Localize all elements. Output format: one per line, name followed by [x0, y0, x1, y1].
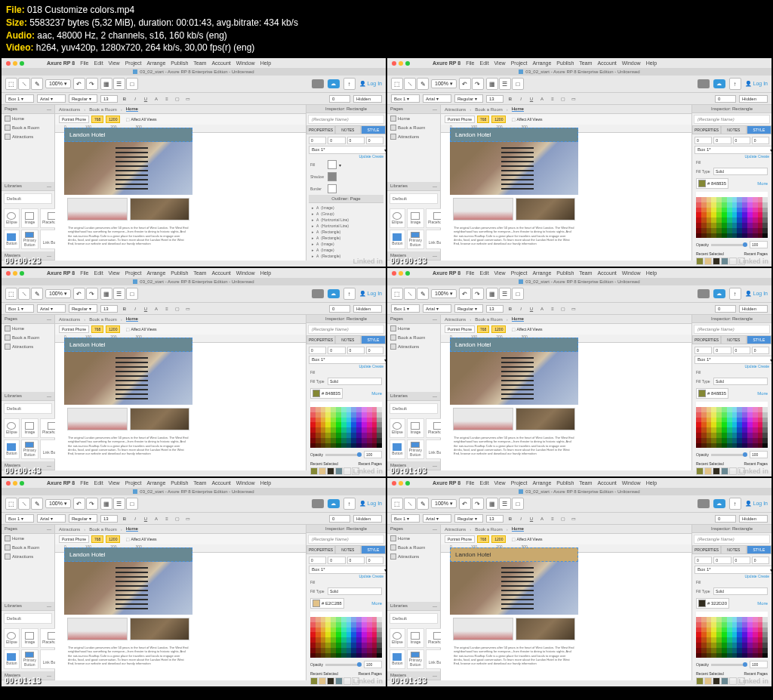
align-icon[interactable]: ▦ — [100, 288, 112, 300]
pen-tool-icon[interactable]: ✎ — [417, 288, 429, 300]
window-controls[interactable] — [6, 61, 24, 66]
inspector-tab[interactable]: NOTES — [721, 545, 746, 554]
menu-item[interactable]: View — [109, 270, 120, 276]
text-color-icon[interactable]: A — [538, 95, 546, 103]
text-color-icon[interactable]: A — [152, 95, 160, 103]
menu-item[interactable]: Project — [125, 270, 142, 276]
publish-icon[interactable]: ↑ — [729, 78, 741, 90]
breadcrumb-item[interactable]: Home — [512, 106, 524, 112]
menu-item[interactable]: File — [466, 480, 474, 486]
inspector-tab[interactable]: NOTES — [721, 125, 746, 134]
hotel-header[interactable]: Landon Hotel — [64, 128, 192, 142]
page-tree-item[interactable]: Book a Room — [387, 333, 440, 342]
outline-item[interactable]: ▸A(Image) — [310, 241, 382, 247]
italic-icon[interactable]: I — [517, 305, 525, 313]
undo-icon[interactable]: ↶ — [459, 78, 471, 90]
viewport-height[interactable]: 1200 — [106, 325, 120, 333]
breadcrumb-item[interactable]: Attractions — [445, 317, 466, 322]
connect-tool-icon[interactable]: ⟍ — [18, 498, 30, 510]
menu-item[interactable]: Help — [260, 60, 271, 66]
hero-image[interactable] — [64, 562, 192, 615]
align-left-icon[interactable]: ≡ — [549, 305, 556, 313]
pen-tool-icon[interactable]: ✎ — [417, 78, 429, 90]
group-icon[interactable]: □ — [512, 78, 524, 90]
color-picker[interactable] — [309, 610, 383, 659]
menu-item[interactable]: File — [80, 60, 88, 66]
library-widget[interactable]: Button — [390, 439, 405, 459]
text-color-icon[interactable]: A — [538, 515, 546, 523]
group-icon[interactable]: □ — [512, 498, 524, 510]
menu-item[interactable]: Window — [236, 270, 255, 276]
menu-item[interactable]: Arrange — [532, 480, 551, 486]
align-left-icon[interactable]: ≡ — [163, 305, 171, 313]
inspector-tab[interactable]: STYLE — [747, 125, 771, 134]
breadcrumb-item[interactable]: Book a Room — [475, 527, 502, 532]
more-link[interactable]: More — [757, 391, 768, 396]
thumbnail-2[interactable] — [130, 408, 190, 430]
library-widget[interactable]: Image — [21, 418, 38, 438]
page-tree-item[interactable]: Home — [387, 534, 440, 543]
breadcrumb-item[interactable]: Home — [126, 526, 138, 532]
body-text[interactable]: The original Landon perseveres after 50 … — [450, 224, 578, 248]
menu-item[interactable]: Team — [579, 60, 592, 66]
zoom-input[interactable]: 100% ▾ — [431, 499, 457, 508]
widget-field[interactable]: Box 1 ▾ — [391, 514, 420, 523]
outline-item[interactable]: ▸A(Image) — [310, 247, 382, 253]
menu-item[interactable]: Publish — [171, 60, 188, 66]
inspector-tab[interactable]: NOTES — [721, 335, 746, 344]
default-library[interactable]: Default — [4, 403, 52, 414]
redo-icon[interactable]: ↷ — [86, 78, 98, 90]
italic-icon[interactable]: I — [517, 515, 525, 523]
undo-icon[interactable]: ↶ — [459, 498, 471, 510]
menu-item[interactable]: File — [466, 60, 474, 66]
preview-icon[interactable] — [698, 79, 710, 88]
viewport-width[interactable]: 768 — [477, 116, 489, 123]
canvas[interactable]: Attractions›Book a Room›Home Portrait Ph… — [441, 525, 691, 680]
widget-field[interactable]: Box 1 ▾ — [391, 304, 420, 313]
create-link[interactable]: Create — [372, 154, 383, 159]
menu-item[interactable]: Window — [622, 60, 641, 66]
create-link[interactable]: Create — [758, 574, 769, 578]
menu-item[interactable]: Publish — [171, 480, 188, 486]
redo-icon[interactable]: ↷ — [472, 288, 484, 300]
align-left-icon[interactable]: ≡ — [163, 515, 171, 523]
page-tree-item[interactable]: Attractions — [387, 342, 440, 351]
more-link[interactable]: More — [757, 601, 768, 606]
breadcrumb-item[interactable]: Home — [512, 526, 524, 532]
default-library[interactable]: Default — [4, 613, 52, 624]
login-link[interactable]: 👤 Log In — [359, 291, 382, 297]
select-tool-icon[interactable]: ⬚ — [391, 288, 403, 300]
border-icon[interactable]: ▭ — [570, 515, 577, 523]
window-controls[interactable] — [392, 481, 410, 486]
opacity-slider[interactable] — [711, 244, 747, 246]
color-hex-input[interactable]: # 848835 — [696, 178, 728, 189]
thumbnail-2[interactable] — [516, 198, 576, 220]
hero-image[interactable] — [450, 142, 578, 195]
library-widget[interactable]: Ellipse — [4, 208, 20, 228]
thumbnail-1[interactable] — [67, 408, 128, 430]
update-link[interactable]: Update — [744, 574, 756, 578]
breadcrumb-item[interactable]: Book a Room — [89, 317, 116, 322]
window-controls[interactable] — [392, 61, 410, 66]
widget-name-input[interactable]: (Rectangle Name) — [308, 325, 384, 334]
menu-item[interactable]: Project — [511, 480, 528, 486]
style-selector[interactable]: Box 1*▾ — [309, 146, 386, 154]
zoom-input[interactable]: 100% ▾ — [45, 79, 71, 88]
menu-item[interactable]: Publish — [556, 270, 574, 276]
select-tool-icon[interactable]: ⬚ — [391, 78, 403, 90]
fill-icon[interactable]: ▢ — [174, 515, 181, 523]
align-icon[interactable]: ▦ — [486, 288, 498, 300]
align-icon[interactable]: ▦ — [486, 78, 498, 90]
canvas[interactable]: Attractions›Book a Room›Home Portrait Ph… — [441, 315, 691, 470]
border-icon[interactable]: ▭ — [570, 95, 577, 103]
thumbnail-1[interactable] — [453, 198, 513, 220]
menu-item[interactable]: Arrange — [532, 60, 551, 66]
outline-item[interactable]: ▸A(Image) — [310, 205, 382, 211]
underline-icon[interactable]: U — [528, 515, 535, 523]
viewport-height[interactable]: 1200 — [106, 116, 120, 123]
bold-icon[interactable]: B — [121, 95, 128, 103]
hotel-header[interactable]: Landon Hotel — [450, 338, 578, 352]
color-hex-input[interactable]: # 322D20 — [696, 598, 729, 609]
library-widget[interactable]: Button — [4, 230, 20, 249]
create-link[interactable]: Create — [372, 574, 383, 578]
